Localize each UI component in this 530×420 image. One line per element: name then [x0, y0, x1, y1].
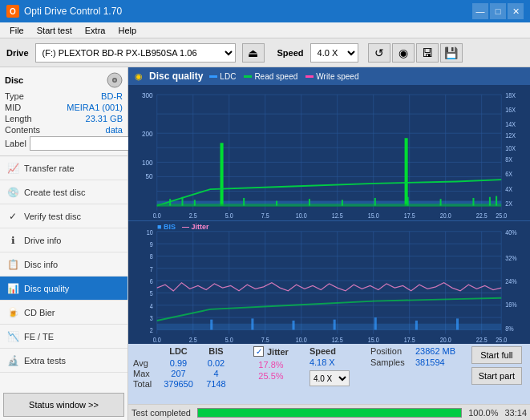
drive-icon-btn-2[interactable]: ◉	[392, 43, 415, 63]
speed-stat-select[interactable]: 4.0 X	[310, 370, 350, 386]
fe-te-label: FE / TE	[24, 332, 54, 341]
label-input[interactable]	[30, 136, 136, 151]
position-val: 23862 MB	[415, 346, 455, 356]
sidebar-item-disc-info[interactable]: 📋 Disc info	[0, 252, 127, 277]
max-ldc: 207	[160, 369, 196, 378]
svg-text:5.0: 5.0	[225, 336, 233, 344]
max-bis: 4	[198, 369, 234, 378]
svg-text:25.0: 25.0	[496, 212, 508, 220]
menu-file[interactable]: File	[3, 24, 30, 37]
drive-label: Drive	[6, 48, 29, 58]
svg-text:300: 300	[142, 91, 153, 99]
svg-rect-112	[251, 318, 253, 329]
title-bar: O Opti Drive Control 1.70 — □ ✕	[0, 0, 530, 22]
legend-read-speed: Read speed	[244, 72, 297, 81]
svg-rect-51	[169, 199, 171, 205]
minimize-button[interactable]: —	[472, 3, 488, 19]
svg-text:25.0: 25.0	[496, 336, 507, 344]
menu-start-test[interactable]: Start test	[30, 24, 79, 37]
drive-select[interactable]: (F:) PLEXTOR BD-R PX-LB950SA 1.06	[35, 43, 236, 63]
svg-text:15.0: 15.0	[368, 212, 380, 220]
elapsed-time: 33:14	[504, 408, 527, 418]
svg-rect-115	[374, 317, 377, 329]
mid-value: MEIRA1 (001)	[67, 103, 123, 112]
svg-text:12X: 12X	[505, 132, 516, 140]
svg-rect-56	[309, 199, 310, 205]
sidebar-item-transfer-rate[interactable]: 📈 Transfer rate	[0, 156, 127, 180]
speed-select-drive[interactable]: 4.0 X	[310, 43, 358, 63]
svg-text:16%: 16%	[505, 301, 516, 309]
jitter-checkbox[interactable]: ✓	[253, 346, 264, 357]
drive-icon-btn-4[interactable]: 💾	[440, 43, 463, 63]
close-button[interactable]: ✕	[508, 3, 524, 19]
type-value: BD-R	[101, 91, 123, 101]
svg-text:16X: 16X	[505, 106, 516, 114]
svg-text:4X: 4X	[505, 185, 512, 193]
menu-help[interactable]: Help	[111, 24, 143, 37]
dq-header: ◉ Disc quality LDC Read speed Write spee…	[128, 67, 530, 85]
svg-rect-57	[342, 200, 343, 205]
label-key: Label	[5, 139, 26, 148]
content-area: ◉ Disc quality LDC Read speed Write spee…	[128, 67, 530, 420]
svg-rect-48	[220, 143, 224, 205]
sidebar-item-disc-quality[interactable]: 📊 Disc quality	[0, 277, 127, 301]
svg-text:0.0: 0.0	[153, 336, 161, 344]
sidebar-item-create-test-disc[interactable]: 💿 Create test disc	[0, 180, 127, 204]
transfer-rate-label: Transfer rate	[24, 164, 75, 173]
speed-stat-val: 4.18 X	[310, 357, 350, 367]
svg-rect-61	[472, 198, 474, 206]
total-ldc: 379650	[160, 379, 196, 389]
svg-text:18X: 18X	[505, 91, 516, 99]
status-window-button[interactable]: Status window >>	[3, 393, 124, 417]
eject-button[interactable]: ⏏	[242, 43, 265, 63]
top-chart-wrapper: 300 200 100 50 18X 16X 14X 12X 10X 8X 6X…	[128, 85, 530, 221]
verify-test-label: Verify test disc	[24, 212, 81, 221]
svg-text:3: 3	[150, 314, 153, 322]
svg-rect-53	[194, 200, 196, 205]
avg-jitter: 17.8%	[253, 360, 289, 370]
start-full-button[interactable]: Start full	[471, 346, 522, 364]
svg-text:12.5: 12.5	[332, 336, 343, 344]
menu-extra[interactable]: Extra	[79, 24, 112, 37]
svg-text:24%: 24%	[505, 277, 516, 285]
start-part-button[interactable]: Start part	[471, 367, 522, 385]
max-jitter: 25.5%	[253, 371, 289, 381]
verify-test-icon: ✓	[6, 210, 19, 223]
svg-text:15.0: 15.0	[368, 336, 379, 344]
maximize-button[interactable]: □	[490, 3, 506, 19]
disc-info-icon: 📋	[6, 258, 19, 271]
svg-rect-49	[405, 138, 408, 205]
drive-icon-btn-1[interactable]: ↺	[368, 43, 390, 63]
sidebar-item-cd-bier[interactable]: 🍺 CD Bier	[0, 301, 127, 325]
svg-text:22.5: 22.5	[476, 336, 488, 344]
speed-label: Speed	[277, 48, 304, 58]
position-label: Position	[370, 346, 412, 356]
svg-rect-3	[128, 85, 530, 220]
app-title: Opti Drive Control 1.70	[24, 6, 122, 17]
svg-text:17.5: 17.5	[404, 336, 415, 344]
jitter-col-header: Jitter	[267, 347, 289, 357]
disc-panel: Disc Type BD-R MID MEIRA1 (001) Length 2…	[0, 67, 127, 156]
sidebar-item-drive-info[interactable]: ℹ Drive info	[0, 228, 127, 252]
svg-text:7: 7	[150, 265, 153, 273]
bottom-chart-svg: 10 9 8 7 6 5 4 3 2 40% 32% 24% 16% 8% 0.…	[128, 221, 530, 344]
contents-label: Contents	[5, 125, 40, 135]
svg-text:50: 50	[146, 172, 153, 180]
dq-title: Disc quality	[149, 71, 203, 82]
progress-track	[197, 408, 462, 418]
drive-icon-btn-3[interactable]: 🖫	[416, 43, 439, 63]
svg-rect-117	[456, 318, 459, 329]
ldc-col-header: LDC	[160, 346, 196, 356]
drive-info-label: Drive info	[24, 236, 61, 245]
svg-rect-54	[243, 198, 245, 206]
create-test-icon: 💿	[6, 186, 19, 199]
sidebar-item-verify-test-disc[interactable]: ✓ Verify test disc	[0, 204, 127, 228]
svg-text:2.5: 2.5	[189, 336, 197, 344]
sidebar-item-fe-te[interactable]: 📉 FE / TE	[0, 325, 127, 349]
svg-text:40%: 40%	[505, 228, 516, 236]
svg-text:17.5: 17.5	[404, 212, 416, 220]
svg-text:7.5: 7.5	[261, 212, 270, 220]
sidebar-item-extra-tests[interactable]: 🔬 Extra tests	[0, 349, 127, 373]
app-icon: O	[6, 5, 19, 18]
cd-bier-icon: 🍺	[6, 306, 19, 319]
